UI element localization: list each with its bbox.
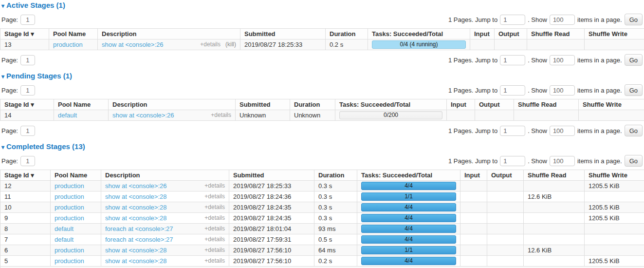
details-toggle[interactable]: +details — [204, 257, 225, 264]
stage-description-link[interactable]: show at <console>:26 — [105, 182, 166, 190]
column-header-duration[interactable]: Duration — [326, 29, 368, 39]
column-header-submitted[interactable]: Submitted — [229, 170, 314, 181]
output-cell — [487, 213, 524, 224]
column-header-input[interactable]: Input — [470, 29, 495, 39]
go-button[interactable]: Go — [625, 14, 643, 25]
column-header-tasks-succeeded-total[interactable]: Tasks: Succeeded/Total — [335, 99, 447, 110]
shuffle-write-cell — [585, 234, 644, 245]
column-header-input[interactable]: Input — [460, 170, 487, 181]
jump-to-page-input[interactable] — [500, 126, 525, 136]
pool-name-link[interactable]: default — [55, 236, 74, 243]
page-number-input[interactable] — [20, 15, 35, 25]
column-header-shuffle-write[interactable]: Shuffle Write — [585, 170, 644, 181]
column-header-input[interactable]: Input — [447, 99, 475, 110]
column-header-tasks-succeeded-total[interactable]: Tasks: Succeeded/Total — [357, 170, 460, 181]
jump-to-page-input[interactable] — [500, 156, 525, 166]
column-header-description[interactable]: Description — [98, 29, 240, 39]
details-toggle[interactable]: +details — [204, 236, 225, 243]
pagination-page-group: Page: — [1, 126, 35, 136]
section-header-pending-stages[interactable]: ▾Pending Stages (1) — [1, 72, 644, 80]
items-per-page-input[interactable] — [550, 15, 575, 25]
details-toggle[interactable]: +details — [204, 193, 225, 200]
kill-link[interactable]: (kill) — [225, 41, 236, 48]
pool-name-link[interactable]: production — [55, 257, 84, 265]
details-toggle[interactable]: +details — [204, 214, 225, 221]
shuffle-read-cell — [524, 256, 585, 267]
column-header-shuffle-read[interactable]: Shuffle Read — [514, 99, 579, 110]
column-header-description[interactable]: Description — [101, 170, 229, 181]
input-cell — [460, 202, 487, 213]
page-number-input[interactable] — [20, 55, 35, 65]
stage-description-link[interactable]: foreach at <console>:27 — [105, 225, 173, 232]
description-cell: show at <console>:26+details — [109, 110, 236, 121]
pool-name-link[interactable]: production — [55, 193, 84, 200]
stage-description-link[interactable]: show at <console>:28 — [105, 214, 166, 222]
items-per-page-input[interactable] — [550, 126, 575, 136]
go-button[interactable]: Go — [625, 84, 643, 96]
shuffle-read-cell — [524, 181, 585, 191]
pool-name-cell: production — [51, 191, 101, 202]
description-cell: show at <console>:28+details — [101, 191, 229, 202]
stage-description-link[interactable]: show at <console>:28 — [105, 193, 166, 200]
section-header-completed-stages[interactable]: ▾Completed Stages (13) — [1, 142, 644, 151]
column-header-stage-id[interactable]: Stage Id ▾ — [0, 29, 49, 39]
jump-to-page-input[interactable] — [500, 55, 525, 65]
column-header-tasks-succeeded-total[interactable]: Tasks: Succeeded/Total — [368, 29, 470, 39]
column-header-description[interactable]: Description — [109, 99, 236, 110]
column-header-output[interactable]: Output — [495, 29, 527, 39]
stage-description-link[interactable]: show at <console>:28 — [105, 204, 166, 211]
page-number-input[interactable] — [20, 126, 35, 136]
input-cell — [460, 191, 487, 202]
submitted-cell: 2019/08/27 18:25:33 — [240, 39, 326, 50]
pool-name-link[interactable]: production — [55, 182, 84, 190]
stage-description-link[interactable]: foreach at <console>:27 — [105, 236, 173, 243]
pool-name-link[interactable]: production — [55, 204, 84, 211]
items-per-page-input[interactable] — [550, 55, 575, 65]
details-toggle[interactable]: +details — [204, 182, 225, 189]
items-per-page-input[interactable] — [550, 85, 575, 96]
go-button[interactable]: Go — [625, 125, 643, 136]
active-stages-table: Stage Id ▾Pool NameDescriptionSubmittedD… — [0, 28, 644, 50]
column-header-output[interactable]: Output — [475, 99, 514, 110]
column-header-shuffle-read[interactable]: Shuffle Read — [524, 170, 585, 181]
details-toggle[interactable]: +details — [211, 112, 231, 118]
collapse-arrow-icon: ▾ — [1, 73, 4, 80]
section-header-active-stages[interactable]: ▾Active Stages (1) — [1, 1, 644, 10]
column-header-shuffle-write[interactable]: Shuffle Write — [579, 99, 644, 110]
column-header-submitted[interactable]: Submitted — [236, 99, 290, 110]
jump-to-page-input[interactable] — [500, 85, 525, 96]
page-number-input[interactable] — [20, 85, 35, 96]
go-button[interactable]: Go — [625, 54, 643, 66]
column-header-duration[interactable]: Duration — [314, 170, 357, 181]
column-header-shuffle-read[interactable]: Shuffle Read — [527, 29, 585, 39]
items-per-page-input[interactable] — [550, 156, 575, 166]
column-header-duration[interactable]: Duration — [290, 99, 335, 110]
stage-description-link[interactable]: show at <console>:28 — [105, 247, 166, 254]
pool-name-link[interactable]: production — [55, 247, 84, 254]
input-cell — [460, 181, 487, 191]
go-button[interactable]: Go — [625, 155, 643, 167]
column-header-shuffle-write[interactable]: Shuffle Write — [585, 29, 644, 39]
details-toggle[interactable]: +details — [204, 204, 225, 211]
pool-name-link[interactable]: default — [55, 225, 74, 232]
stage-description-link[interactable]: show at <console>:26 — [112, 112, 174, 119]
details-toggle[interactable]: +details — [204, 225, 225, 232]
column-header-stage-id[interactable]: Stage Id ▾ — [0, 99, 54, 110]
stage-description-link[interactable]: show at <console>:28 — [105, 257, 166, 265]
tasks-progress-label: 4/4 — [405, 182, 413, 189]
pool-name-link[interactable]: production — [55, 214, 84, 222]
pool-name-link[interactable]: default — [58, 112, 77, 119]
column-header-pool-name[interactable]: Pool Name — [54, 99, 109, 110]
column-header-stage-id[interactable]: Stage Id ▾ — [0, 170, 51, 181]
column-header-pool-name[interactable]: Pool Name — [51, 170, 101, 181]
stage-description-link[interactable]: show at <console>:26 — [102, 41, 163, 48]
stage-id-cell: 7 — [0, 234, 51, 245]
details-toggle[interactable]: +details — [200, 41, 221, 48]
details-toggle[interactable]: +details — [204, 247, 225, 253]
pool-name-link[interactable]: production — [53, 41, 83, 48]
column-header-pool-name[interactable]: Pool Name — [49, 29, 98, 39]
page-number-input[interactable] — [20, 156, 35, 166]
column-header-output[interactable]: Output — [487, 170, 524, 181]
column-header-submitted[interactable]: Submitted — [240, 29, 326, 39]
jump-to-page-input[interactable] — [500, 15, 525, 25]
